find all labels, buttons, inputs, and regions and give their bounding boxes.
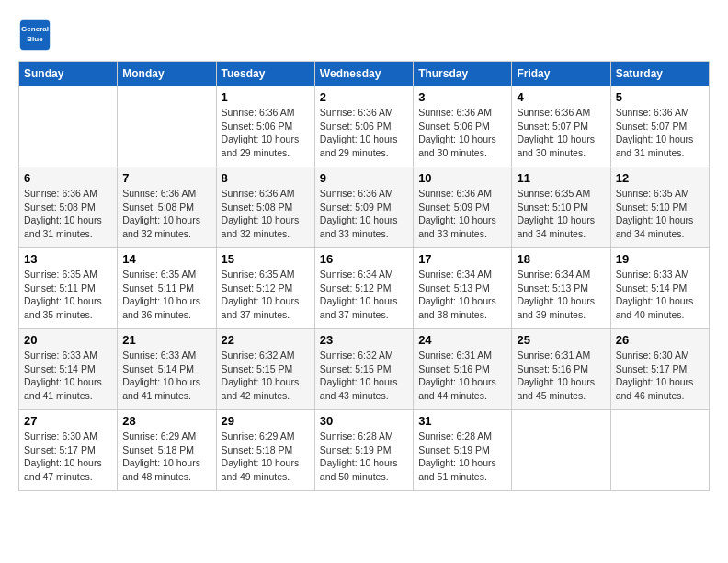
svg-text:General: General [21, 25, 49, 33]
calendar-cell: 26Sunrise: 6:30 AM Sunset: 5:17 PM Dayli… [610, 329, 709, 410]
day-info: Sunrise: 6:33 AM Sunset: 5:14 PM Dayligh… [24, 349, 112, 403]
calendar-cell: 23Sunrise: 6:32 AM Sunset: 5:15 PM Dayli… [314, 329, 413, 410]
day-number: 12 [616, 171, 704, 185]
day-info: Sunrise: 6:36 AM Sunset: 5:08 PM Dayligh… [222, 187, 310, 241]
calendar-cell: 14Sunrise: 6:35 AM Sunset: 5:11 PM Dayli… [118, 248, 216, 329]
day-number: 1 [222, 90, 310, 104]
day-info: Sunrise: 6:31 AM Sunset: 5:16 PM Dayligh… [418, 349, 506, 403]
calendar-cell [19, 86, 118, 167]
day-info: Sunrise: 6:33 AM Sunset: 5:14 PM Dayligh… [616, 268, 704, 322]
day-info: Sunrise: 6:32 AM Sunset: 5:15 PM Dayligh… [222, 349, 310, 403]
day-number: 10 [418, 171, 506, 185]
calendar-cell: 9Sunrise: 6:36 AM Sunset: 5:09 PM Daylig… [314, 167, 413, 248]
calendar-cell [118, 86, 216, 167]
calendar-cell: 5Sunrise: 6:36 AM Sunset: 5:07 PM Daylig… [610, 86, 709, 167]
day-number: 22 [222, 333, 310, 347]
day-number: 31 [418, 414, 506, 428]
calendar-cell: 10Sunrise: 6:36 AM Sunset: 5:09 PM Dayli… [414, 167, 512, 248]
day-info: Sunrise: 6:31 AM Sunset: 5:16 PM Dayligh… [517, 349, 605, 403]
day-number: 16 [320, 252, 408, 266]
day-number: 7 [122, 171, 210, 185]
day-number: 27 [24, 414, 112, 428]
calendar-cell: 2Sunrise: 6:36 AM Sunset: 5:06 PM Daylig… [314, 86, 413, 167]
header-row: SundayMondayTuesdayWednesdayThursdayFrid… [19, 62, 710, 86]
day-info: Sunrise: 6:35 AM Sunset: 5:10 PM Dayligh… [616, 187, 704, 241]
day-info: Sunrise: 6:36 AM Sunset: 5:08 PM Dayligh… [122, 187, 210, 241]
day-number: 17 [418, 252, 506, 266]
calendar-cell: 7Sunrise: 6:36 AM Sunset: 5:08 PM Daylig… [118, 167, 216, 248]
calendar-cell: 1Sunrise: 6:36 AM Sunset: 5:06 PM Daylig… [216, 86, 314, 167]
day-info: Sunrise: 6:36 AM Sunset: 5:09 PM Dayligh… [418, 187, 506, 241]
day-number: 8 [222, 171, 310, 185]
calendar-cell [512, 410, 610, 491]
day-info: Sunrise: 6:29 AM Sunset: 5:18 PM Dayligh… [122, 430, 210, 484]
calendar-cell: 25Sunrise: 6:31 AM Sunset: 5:16 PM Dayli… [512, 329, 610, 410]
week-row-3: 13Sunrise: 6:35 AM Sunset: 5:11 PM Dayli… [19, 248, 710, 329]
svg-text:Blue: Blue [27, 35, 43, 43]
day-info: Sunrise: 6:28 AM Sunset: 5:19 PM Dayligh… [418, 430, 506, 484]
day-info: Sunrise: 6:36 AM Sunset: 5:06 PM Dayligh… [320, 106, 408, 160]
day-info: Sunrise: 6:35 AM Sunset: 5:10 PM Dayligh… [517, 187, 605, 241]
day-info: Sunrise: 6:33 AM Sunset: 5:14 PM Dayligh… [122, 349, 210, 403]
calendar-cell: 8Sunrise: 6:36 AM Sunset: 5:08 PM Daylig… [216, 167, 314, 248]
calendar-cell: 17Sunrise: 6:34 AM Sunset: 5:13 PM Dayli… [414, 248, 512, 329]
day-number: 15 [222, 252, 310, 266]
day-number: 14 [122, 252, 210, 266]
day-info: Sunrise: 6:32 AM Sunset: 5:15 PM Dayligh… [320, 349, 408, 403]
week-row-5: 27Sunrise: 6:30 AM Sunset: 5:17 PM Dayli… [19, 410, 710, 491]
day-number: 19 [616, 252, 704, 266]
day-number: 23 [320, 333, 408, 347]
day-info: Sunrise: 6:36 AM Sunset: 5:06 PM Dayligh… [418, 106, 506, 160]
day-info: Sunrise: 6:30 AM Sunset: 5:17 PM Dayligh… [24, 430, 112, 484]
day-info: Sunrise: 6:35 AM Sunset: 5:11 PM Dayligh… [122, 268, 210, 322]
day-header-thursday: Thursday [414, 62, 512, 86]
calendar-cell: 16Sunrise: 6:34 AM Sunset: 5:12 PM Dayli… [314, 248, 413, 329]
day-header-friday: Friday [512, 62, 610, 86]
calendar-cell: 27Sunrise: 6:30 AM Sunset: 5:17 PM Dayli… [19, 410, 118, 491]
calendar-cell: 11Sunrise: 6:35 AM Sunset: 5:10 PM Dayli… [512, 167, 610, 248]
day-number: 24 [418, 333, 506, 347]
day-number: 6 [24, 171, 112, 185]
day-number: 9 [320, 171, 408, 185]
day-number: 21 [122, 333, 210, 347]
day-info: Sunrise: 6:36 AM Sunset: 5:06 PM Dayligh… [222, 106, 310, 160]
day-header-saturday: Saturday [610, 62, 709, 86]
day-info: Sunrise: 6:30 AM Sunset: 5:17 PM Dayligh… [616, 349, 704, 403]
day-info: Sunrise: 6:36 AM Sunset: 5:07 PM Dayligh… [616, 106, 704, 160]
day-header-monday: Monday [118, 62, 216, 86]
day-number: 11 [517, 171, 605, 185]
logo-icon: General Blue [18, 18, 51, 52]
calendar-cell: 21Sunrise: 6:33 AM Sunset: 5:14 PM Dayli… [118, 329, 216, 410]
day-number: 30 [320, 414, 408, 428]
calendar-cell: 19Sunrise: 6:33 AM Sunset: 5:14 PM Dayli… [610, 248, 709, 329]
calendar-cell: 20Sunrise: 6:33 AM Sunset: 5:14 PM Dayli… [19, 329, 118, 410]
day-number: 4 [517, 90, 605, 104]
calendar-cell: 18Sunrise: 6:34 AM Sunset: 5:13 PM Dayli… [512, 248, 610, 329]
day-info: Sunrise: 6:36 AM Sunset: 5:08 PM Dayligh… [24, 187, 112, 241]
day-number: 26 [616, 333, 704, 347]
calendar-cell: 6Sunrise: 6:36 AM Sunset: 5:08 PM Daylig… [19, 167, 118, 248]
calendar-cell: 24Sunrise: 6:31 AM Sunset: 5:16 PM Dayli… [414, 329, 512, 410]
calendar-cell: 4Sunrise: 6:36 AM Sunset: 5:07 PM Daylig… [512, 86, 610, 167]
week-row-1: 1Sunrise: 6:36 AM Sunset: 5:06 PM Daylig… [19, 86, 710, 167]
week-row-4: 20Sunrise: 6:33 AM Sunset: 5:14 PM Dayli… [19, 329, 710, 410]
day-number: 28 [122, 414, 210, 428]
page-header: General Blue [18, 18, 710, 52]
calendar-cell: 31Sunrise: 6:28 AM Sunset: 5:19 PM Dayli… [414, 410, 512, 491]
logo: General Blue [18, 18, 55, 52]
calendar-cell: 28Sunrise: 6:29 AM Sunset: 5:18 PM Dayli… [118, 410, 216, 491]
day-number: 5 [616, 90, 704, 104]
day-number: 18 [517, 252, 605, 266]
day-info: Sunrise: 6:36 AM Sunset: 5:09 PM Dayligh… [320, 187, 408, 241]
day-info: Sunrise: 6:34 AM Sunset: 5:13 PM Dayligh… [418, 268, 506, 322]
calendar-cell: 30Sunrise: 6:28 AM Sunset: 5:19 PM Dayli… [314, 410, 413, 491]
calendar-cell: 29Sunrise: 6:29 AM Sunset: 5:18 PM Dayli… [216, 410, 314, 491]
day-number: 25 [517, 333, 605, 347]
week-row-2: 6Sunrise: 6:36 AM Sunset: 5:08 PM Daylig… [19, 167, 710, 248]
day-number: 3 [418, 90, 506, 104]
calendar-table: SundayMondayTuesdayWednesdayThursdayFrid… [18, 61, 710, 491]
calendar-cell [610, 410, 709, 491]
day-header-tuesday: Tuesday [216, 62, 314, 86]
calendar-cell: 13Sunrise: 6:35 AM Sunset: 5:11 PM Dayli… [19, 248, 118, 329]
day-number: 29 [222, 414, 310, 428]
